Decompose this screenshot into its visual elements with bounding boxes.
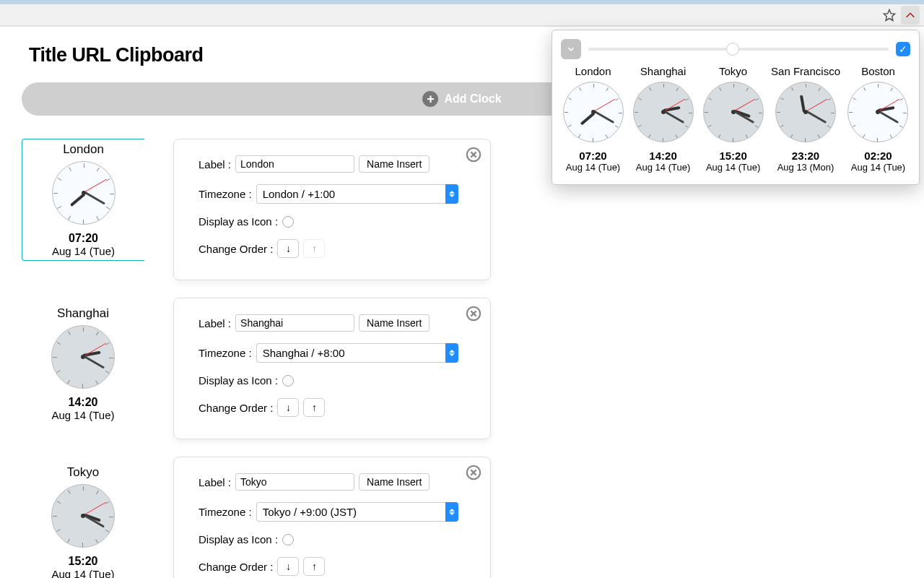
time-offset-slider[interactable] (588, 48, 889, 51)
clock-preview[interactable]: Tokyo15:20Aug 14 (Tue) (22, 457, 144, 578)
analog-clock-icon (52, 161, 116, 225)
analog-clock-icon (633, 82, 694, 142)
preview-city: Tokyo (23, 465, 143, 480)
display-icon-radio[interactable] (282, 375, 294, 387)
timezone-field-label: Timezone : (199, 347, 252, 359)
clock-row: Tokyo15:20Aug 14 (Tue)Label :Name Insert… (22, 457, 902, 578)
preview-city: London (28, 142, 139, 157)
timezone-select[interactable]: Shanghai / +8:00 (256, 343, 445, 363)
display-icon-label: Display as Icon : (199, 215, 278, 228)
preview-date: Aug 14 (Tue) (28, 245, 139, 257)
popup-city: San Francisco (771, 65, 840, 77)
clock-preview[interactable]: Shanghai14:20Aug 14 (Tue) (22, 298, 144, 439)
select-caret-icon[interactable] (445, 184, 458, 204)
change-order-label: Change Order : (199, 561, 273, 573)
extension-icon[interactable] (901, 6, 920, 25)
name-insert-button[interactable]: Name Insert (359, 155, 430, 173)
delete-clock-button[interactable] (466, 465, 481, 480)
display-icon-label: Display as Icon : (199, 374, 278, 387)
popup-toggle-checkbox[interactable]: ✓ (896, 42, 910, 56)
change-order-label: Change Order : (199, 243, 273, 255)
popup-clock-cell[interactable]: London07:20Aug 14 (Tue) (561, 65, 625, 173)
popup-city: Shanghai (631, 65, 695, 77)
label-field-label: Label : (199, 476, 231, 488)
add-clock-label: Add Clock (444, 92, 501, 105)
order-down-button[interactable]: ↓ (277, 398, 299, 417)
label-input[interactable] (235, 473, 354, 491)
preview-time: 15:20 (23, 555, 143, 568)
timezone-select[interactable]: Tokyo / +9:00 (JST) (256, 502, 445, 522)
label-input[interactable] (235, 314, 354, 332)
browser-chrome (0, 0, 924, 27)
popup-expand-button[interactable] (561, 39, 581, 59)
select-caret-icon[interactable] (445, 343, 458, 363)
popup-date: Aug 13 (Mon) (771, 162, 840, 173)
preview-time: 14:20 (23, 396, 143, 409)
change-order-label: Change Order : (199, 402, 273, 414)
display-icon-radio[interactable] (282, 534, 294, 545)
label-field-label: Label : (199, 158, 231, 171)
clock-row: Shanghai14:20Aug 14 (Tue)Label :Name Ins… (22, 298, 902, 439)
order-down-button[interactable]: ↓ (277, 239, 299, 258)
popup-time: 15:20 (701, 150, 765, 162)
popup-time: 07:20 (561, 150, 625, 162)
preview-city: Shanghai (23, 306, 143, 321)
label-input[interactable] (235, 155, 354, 173)
clock-preview[interactable]: London07:20Aug 14 (Tue) (22, 139, 144, 280)
bookmark-star-icon[interactable] (882, 8, 897, 22)
display-icon-label: Display as Icon : (199, 533, 278, 545)
clock-editor-card: Label :Name InsertTimezone :Shanghai / +… (173, 298, 491, 439)
popup-date: Aug 14 (Tue) (631, 162, 695, 173)
order-up-button[interactable]: ↑ (303, 398, 325, 417)
preview-date: Aug 14 (Tue) (23, 568, 143, 578)
label-field-label: Label : (199, 317, 231, 329)
popup-city: London (561, 65, 625, 77)
popup-date: Aug 14 (Tue) (701, 162, 765, 173)
name-insert-button[interactable]: Name Insert (359, 314, 430, 332)
timezone-field-label: Timezone : (199, 188, 252, 200)
order-up-button: ↑ (303, 239, 325, 258)
delete-clock-button[interactable] (466, 306, 481, 322)
popup-clock-cell[interactable]: Boston02:20Aug 14 (Tue) (846, 65, 910, 173)
timezone-select[interactable]: London / +1:00 (256, 184, 445, 204)
order-up-button[interactable]: ↑ (303, 557, 325, 576)
popup-time: 02:20 (846, 150, 910, 162)
select-caret-icon[interactable] (445, 502, 458, 522)
svg-marker-0 (884, 9, 895, 20)
plus-icon: + (422, 91, 438, 107)
analog-clock-icon (847, 82, 908, 142)
display-icon-radio[interactable] (282, 216, 294, 228)
name-insert-button[interactable]: Name Insert (359, 473, 430, 491)
analog-clock-icon (51, 484, 115, 548)
popup-city: Tokyo (701, 65, 765, 77)
popup-clock-cell[interactable]: Tokyo15:20Aug 14 (Tue) (701, 65, 765, 173)
clock-editor-card: Label :Name InsertTimezone :Tokyo / +9:0… (173, 457, 491, 578)
popup-clock-cell[interactable]: Shanghai14:20Aug 14 (Tue) (631, 65, 695, 173)
popup-clock-cell[interactable]: San Francisco23:20Aug 13 (Mon) (771, 65, 840, 173)
popup-date: Aug 14 (Tue) (846, 162, 910, 173)
analog-clock-icon (563, 82, 624, 142)
timezone-field-label: Timezone : (199, 506, 252, 518)
popup-city: Boston (846, 65, 910, 77)
popup-time: 14:20 (631, 150, 695, 162)
order-down-button[interactable]: ↓ (277, 557, 299, 576)
analog-clock-icon (775, 82, 836, 142)
world-clock-popup: ✓ London07:20Aug 14 (Tue)Shanghai14:20Au… (552, 30, 920, 185)
clock-editor-card: Label :Name InsertTimezone :London / +1:… (173, 139, 491, 280)
delete-clock-button[interactable] (466, 147, 481, 163)
slider-thumb[interactable] (726, 43, 739, 56)
analog-clock-icon (51, 325, 115, 389)
popup-time: 23:20 (771, 150, 840, 162)
preview-time: 07:20 (28, 232, 139, 245)
popup-date: Aug 14 (Tue) (561, 162, 625, 173)
preview-date: Aug 14 (Tue) (23, 409, 143, 421)
analog-clock-icon (703, 82, 764, 142)
